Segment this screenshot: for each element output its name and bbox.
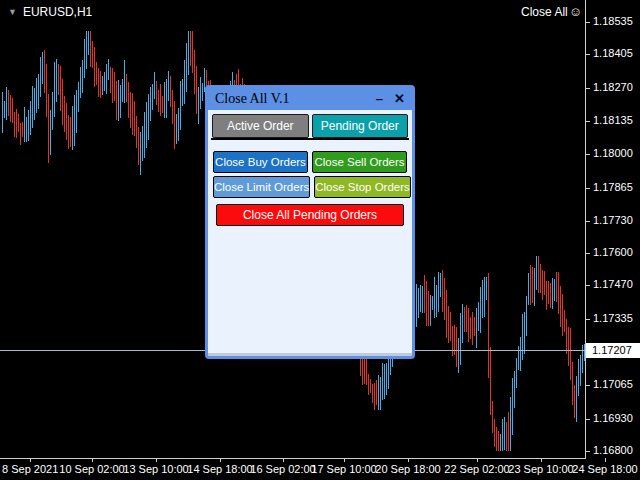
time-axis-label: 8 Sep 2021 [2, 463, 58, 475]
price-axis-tick [586, 451, 590, 452]
price-axis[interactable]: 1.185351.184051.182701.181351.180001.178… [586, 0, 640, 458]
price-axis-tick [586, 385, 590, 386]
ea-corner-text: Close All [521, 5, 568, 19]
price-axis-label: 1.17470 [593, 278, 633, 290]
close-buy-orders-button[interactable]: Close Buy Orders [213, 151, 308, 173]
price-axis-tick [586, 319, 590, 320]
dialog-body: Active Order Pending Order Close Buy Ord… [208, 110, 412, 226]
tab-active-order[interactable]: Active Order [212, 114, 309, 138]
price-axis-tick [586, 253, 590, 254]
price-axis-label: 1.16800 [593, 444, 633, 456]
time-axis-tick [283, 458, 284, 462]
close-sell-orders-button[interactable]: Close Sell Orders [312, 151, 407, 173]
time-axis[interactable]: 8 Sep 202110 Sep 02:0013 Sep 10:0014 Sep… [0, 458, 640, 480]
time-axis-tick [344, 458, 345, 462]
time-axis-label: 22 Sep 02:00 [444, 463, 509, 475]
price-axis-label: 1.17865 [593, 181, 633, 193]
time-axis-tick [408, 458, 409, 462]
close-all-dialog: Close All V.1 – ✕ Active Order Pending O… [205, 85, 415, 359]
price-axis-label: 1.17065 [593, 378, 633, 390]
symbol-text: EURUSD,H1 [23, 5, 92, 19]
order-type-tabs: Active Order Pending Order [211, 113, 409, 140]
button-row: Close Buy Orders Close Sell Orders [213, 151, 407, 173]
button-row: Close Limit Orders Close Stop Orders [213, 176, 407, 198]
time-axis-tick [541, 458, 542, 462]
price-axis-tick [586, 221, 590, 222]
ea-corner-label[interactable]: Close All ☺ [521, 5, 582, 19]
time-axis-tick [605, 458, 606, 462]
time-axis-tick [477, 458, 478, 462]
time-axis-label: 24 Sep 18:00 [572, 463, 637, 475]
time-axis-label: 16 Sep 02:00 [250, 463, 315, 475]
price-axis-tick [586, 88, 590, 89]
price-axis-tick [586, 285, 590, 286]
close-icon[interactable]: ✕ [394, 89, 405, 109]
tab-pending-order[interactable]: Pending Order [312, 114, 409, 138]
price-axis-tick [586, 419, 590, 420]
dialog-titlebar[interactable]: Close All V.1 – ✕ [208, 88, 412, 110]
close-limit-orders-button[interactable]: Close Limit Orders [213, 176, 310, 198]
price-axis-tick [586, 154, 590, 155]
dropdown-arrow-icon: ▼ [8, 7, 17, 17]
time-axis-label: 13 Sep 10:00 [123, 463, 188, 475]
price-axis-label: 1.17600 [593, 246, 633, 258]
time-axis-label: 10 Sep 02:00 [59, 463, 124, 475]
price-axis-tick [586, 54, 590, 55]
price-axis-label: 1.18000 [593, 147, 633, 159]
price-axis-label: 1.18405 [593, 47, 633, 59]
symbol-timeframe-label: ▼ EURUSD,H1 [8, 5, 92, 19]
price-axis-label: 1.16930 [593, 412, 633, 424]
price-axis-label: 1.18270 [593, 81, 633, 93]
time-axis-tick [30, 458, 31, 462]
price-axis-tick [586, 121, 590, 122]
time-axis-label: 17 Sep 10:00 [311, 463, 376, 475]
time-axis-tick [92, 458, 93, 462]
price-axis-label: 1.17335 [593, 312, 633, 324]
time-axis-label: 23 Sep 10:00 [508, 463, 573, 475]
time-axis-tick [220, 458, 221, 462]
time-axis-label: 14 Sep 18:00 [187, 463, 252, 475]
close-stop-orders-button[interactable]: Close Stop Orders [314, 176, 411, 198]
smiley-icon: ☺ [569, 6, 582, 18]
price-axis-label: 1.18135 [593, 114, 633, 126]
price-axis-label: 1.17730 [593, 214, 633, 226]
close-all-pending-orders-button[interactable]: Close All Pending Orders [216, 204, 404, 226]
current-price-tag: 1.17207 [586, 343, 640, 358]
price-axis-tick [586, 22, 590, 23]
price-axis-tick [586, 188, 590, 189]
time-axis-label: 20 Sep 18:00 [375, 463, 440, 475]
time-axis-tick [156, 458, 157, 462]
minimize-button[interactable]: – [376, 89, 383, 109]
price-axis-label: 1.18535 [593, 15, 633, 27]
dialog-title: Close All V.1 [215, 91, 365, 107]
